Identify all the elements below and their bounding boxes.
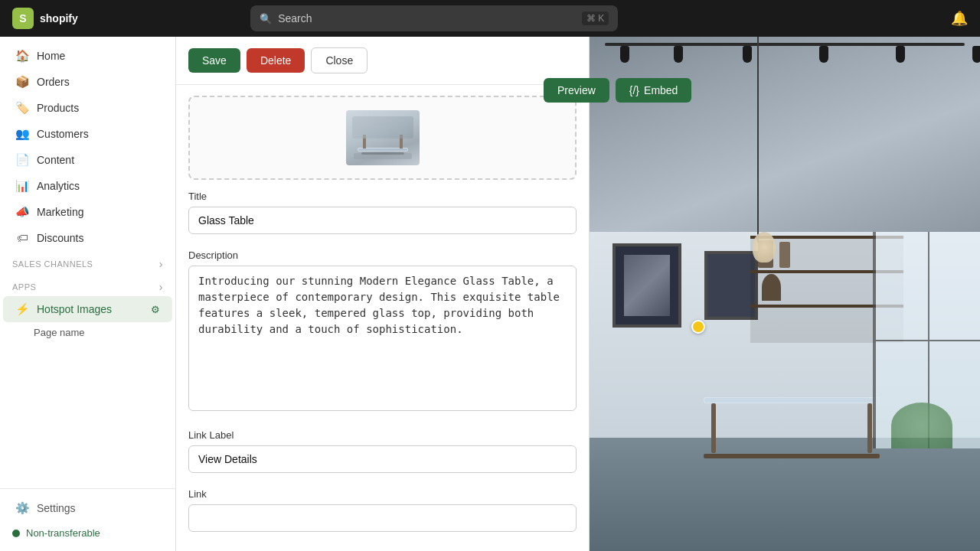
sidebar-item-products[interactable]: 🏷️ Products [3, 95, 172, 121]
search-bar-container[interactable]: 🔍 ⌘ K [250, 5, 618, 31]
sidebar-settings-label: Settings [37, 502, 76, 514]
marketing-icon: 📣 [15, 205, 29, 219]
link-label-label: Link Label [188, 429, 577, 441]
room-background [574, 37, 980, 551]
hotspot-dot-1[interactable] [691, 320, 705, 334]
non-transferable-label: Non-transferable [26, 527, 100, 539]
sales-channels-section-label: Sales channels › [0, 250, 175, 273]
overlay-panel: Save Delete Close Title [176, 37, 590, 551]
sidebar-item-content[interactable]: 📄 Content [3, 147, 172, 173]
delete-button[interactable]: Delete [247, 48, 305, 73]
title-label: Title [188, 191, 577, 202]
sidebar-item-label: Orders [37, 76, 70, 88]
link-label-field-group: Link Label [188, 429, 577, 485]
sidebar-item-marketing[interactable]: 📣 Marketing [3, 199, 172, 225]
title-field-group: Title [188, 191, 577, 246]
sidebar-item-label: Customers [37, 128, 89, 140]
embed-button[interactable]: {/} Embed [616, 78, 692, 103]
topbar: S shopify 🔍 ⌘ K 🔔 [0, 0, 980, 37]
content-icon: 📄 [15, 153, 29, 167]
search-input[interactable] [278, 12, 576, 24]
sidebar-item-customers[interactable]: 👥 Customers [3, 121, 172, 147]
description-label: Description [188, 249, 577, 261]
sidebar-bottom: ⚙️ Settings Non-transferable [0, 488, 175, 545]
title-input[interactable] [188, 207, 577, 234]
save-button[interactable]: Save [188, 48, 240, 73]
link-field-label: Link [188, 488, 577, 500]
sidebar-item-hotspot-images[interactable]: ⚡ Hotspot Images ⚙ [3, 296, 172, 322]
sidebar-item-label: Discounts [37, 232, 83, 244]
sidebar-item-label: Content [37, 154, 74, 166]
sidebar-item-label: Hotspot Images [37, 303, 112, 315]
main-layout: 🏠 Home 📦 Orders 🏷️ Products 👥 Customers … [0, 37, 980, 551]
toolbar: Save Delete Close [176, 37, 589, 85]
sidebar-item-label: Marketing [37, 206, 83, 218]
description-field-group: Description Introducing our stunning Mod… [188, 249, 577, 426]
form-section: Title Description Introducing our stunni… [176, 191, 589, 547]
apps-expand-icon: › [159, 281, 163, 293]
sidebar-item-discounts[interactable]: 🏷 Discounts [3, 225, 172, 250]
embed-label: Embed [644, 84, 678, 96]
shopify-logo: S shopify [12, 8, 78, 29]
analytics-icon: 📊 [15, 179, 29, 193]
sidebar-item-home[interactable]: 🏠 Home [3, 43, 172, 69]
orders-icon: 📦 [15, 75, 29, 89]
settings-icon: ⚙️ [15, 501, 29, 515]
shopify-icon: S [12, 8, 34, 29]
non-transferable-item[interactable]: Non-transferable [0, 521, 175, 545]
link-field-group: Link [188, 488, 577, 544]
hotspot-images-settings-icon[interactable]: ⚙ [151, 304, 160, 315]
sidebar-item-settings[interactable]: ⚙️ Settings [3, 495, 172, 521]
sidebar: 🏠 Home 📦 Orders 🏷️ Products 👥 Customers … [0, 37, 176, 551]
search-icon: 🔍 [260, 13, 272, 24]
close-button[interactable]: Close [311, 47, 368, 73]
home-icon: 🏠 [15, 49, 29, 63]
room-illustration [574, 37, 980, 551]
link-label-input[interactable] [188, 445, 577, 473]
sidebar-item-label: Home [37, 50, 65, 62]
preview-embed-tabs: Preview {/} Embed [544, 78, 691, 103]
sidebar-item-label: Products [37, 102, 79, 114]
content-area: Hotspot Images Preview {/} Embed [176, 37, 980, 551]
customers-icon: 👥 [15, 127, 29, 141]
apps-section-label: Apps › [0, 273, 175, 296]
non-transferable-dot [12, 530, 20, 537]
link-input[interactable] [188, 504, 577, 532]
products-icon: 🏷️ [15, 101, 29, 115]
discounts-icon: 🏷 [15, 231, 29, 244]
sidebar-item-analytics[interactable]: 📊 Analytics [3, 173, 172, 199]
description-textarea[interactable]: Introducing our stunning Modern Elegance… [188, 266, 577, 411]
image-upload-area[interactable] [188, 96, 577, 180]
embed-code-icon: {/} [629, 84, 639, 96]
preview-button[interactable]: Preview [544, 78, 609, 103]
sidebar-item-label: Analytics [37, 180, 80, 192]
sales-channels-expand-icon: › [159, 258, 163, 270]
hotspot-images-icon: ⚡ [15, 302, 29, 316]
notifications-bell[interactable]: 🔔 [951, 10, 968, 27]
uploaded-thumbnail [346, 110, 420, 165]
search-shortcut: ⌘ K [582, 11, 609, 25]
sidebar-sub-item-page-name[interactable]: Page name [0, 322, 175, 343]
logo-text: shopify [40, 12, 78, 24]
sidebar-item-orders[interactable]: 📦 Orders [3, 69, 172, 95]
